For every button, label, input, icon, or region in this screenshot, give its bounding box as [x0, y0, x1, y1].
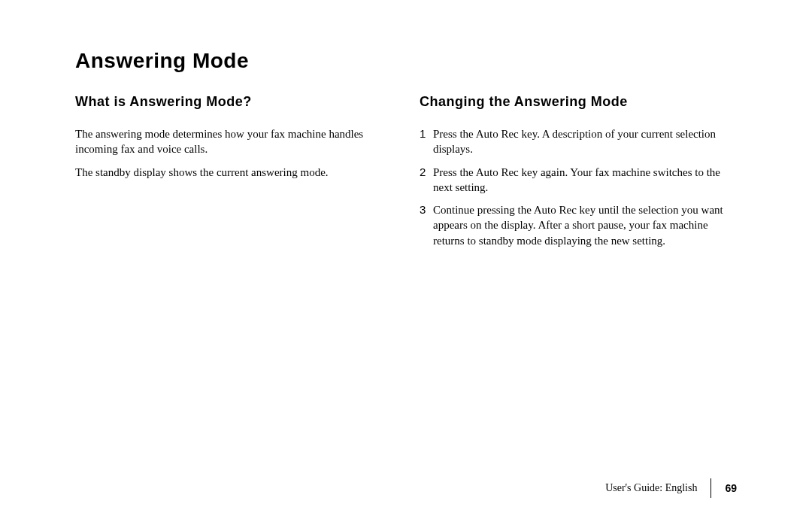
body-paragraph: The answering mode determines how your f…	[75, 126, 392, 157]
content-columns: What is Answering Mode? The answering mo…	[75, 94, 737, 256]
page-number: 69	[725, 482, 737, 494]
footer-divider	[710, 478, 711, 498]
left-subheading: What is Answering Mode?	[75, 94, 392, 110]
step-text: Continue pressing the Auto Rec key until…	[433, 202, 737, 248]
step-item: 1 Press the Auto Rec key. A description …	[420, 126, 737, 157]
step-number: 2	[420, 165, 433, 196]
step-text: Press the Auto Rec key. A description of…	[433, 126, 737, 157]
step-number: 1	[420, 126, 433, 157]
steps-list: 1 Press the Auto Rec key. A description …	[420, 126, 737, 248]
page-title: Answering Mode	[75, 49, 737, 73]
step-number: 3	[420, 202, 433, 248]
step-item: 2 Press the Auto Rec key again. Your fax…	[420, 165, 737, 196]
left-column: What is Answering Mode? The answering mo…	[75, 94, 392, 256]
step-text: Press the Auto Rec key again. Your fax m…	[433, 165, 737, 196]
right-subheading: Changing the Answering Mode	[420, 94, 737, 110]
document-page: Answering Mode What is Answering Mode? T…	[0, 0, 812, 256]
footer-label: User's Guide: English	[605, 482, 710, 494]
step-item: 3 Continue pressing the Auto Rec key unt…	[420, 202, 737, 248]
right-column: Changing the Answering Mode 1 Press the …	[420, 94, 737, 256]
page-footer: User's Guide: English 69	[605, 478, 737, 498]
body-paragraph: The standby display shows the current an…	[75, 165, 392, 180]
